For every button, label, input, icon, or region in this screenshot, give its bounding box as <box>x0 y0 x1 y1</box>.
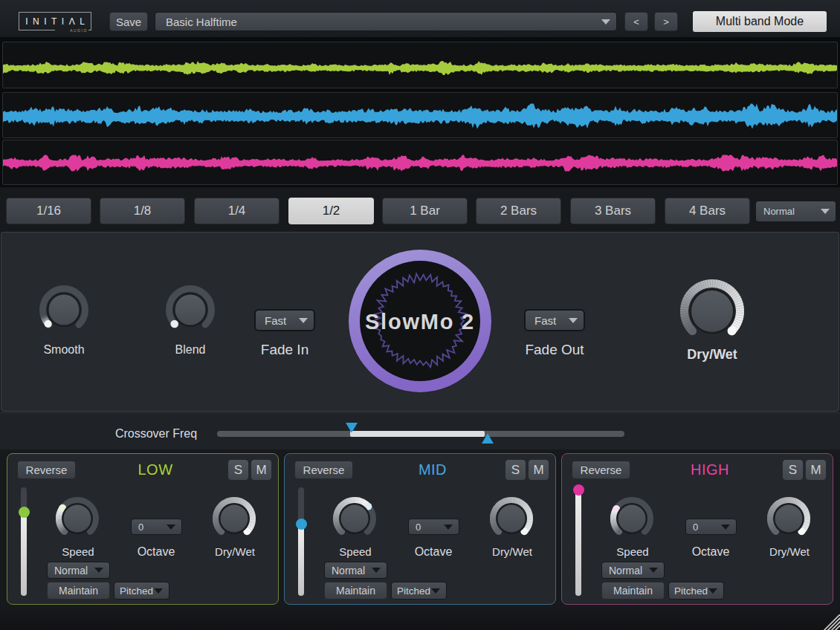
svg-text:SlowMo 2: SlowMo 2 <box>365 310 475 334</box>
